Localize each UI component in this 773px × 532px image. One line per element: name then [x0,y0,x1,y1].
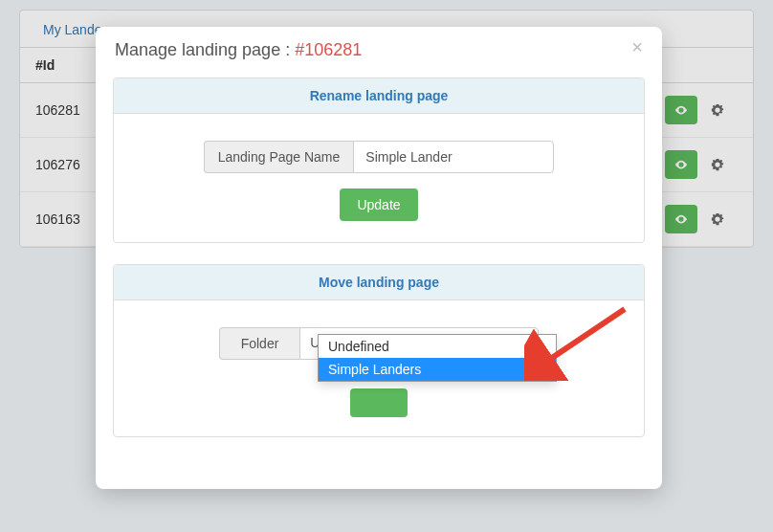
move-card-header: Move landing page [114,265,644,300]
folder-dropdown: Undefined Simple Landers [318,334,557,382]
modal-title-prefix: Manage landing page : [115,40,295,59]
move-card: Move landing page Folder Undefined ▾ Und… [113,264,645,437]
move-card-body: Folder Undefined ▾ Undefined Simple Land… [114,300,644,436]
folder-input-addon: Folder [219,327,300,360]
rename-card-header: Rename landing page [114,78,644,114]
move-submit-button[interactable] [350,388,408,417]
folder-option-undefined[interactable]: Undefined [319,335,556,358]
modal-title: Manage landing page : #106281 [115,40,362,59]
modal-header: Manage landing page : #106281 [96,27,662,72]
rename-card: Rename landing page Landing Page Name Up… [113,78,645,243]
name-input-group: Landing Page Name [204,141,555,173]
modal-title-id: #106281 [295,40,362,59]
close-button[interactable]: × [626,36,649,57]
name-input-addon: Landing Page Name [204,141,354,173]
manage-landing-page-modal: × Manage landing page : #106281 Rename l… [96,27,662,489]
modal-body: Rename landing page Landing Page Name Up… [96,72,662,489]
update-button[interactable]: Update [340,188,417,221]
rename-card-body: Landing Page Name Update [114,114,644,242]
folder-option-simple-landers[interactable]: Simple Landers [319,358,556,381]
landing-page-name-input[interactable] [353,141,554,173]
